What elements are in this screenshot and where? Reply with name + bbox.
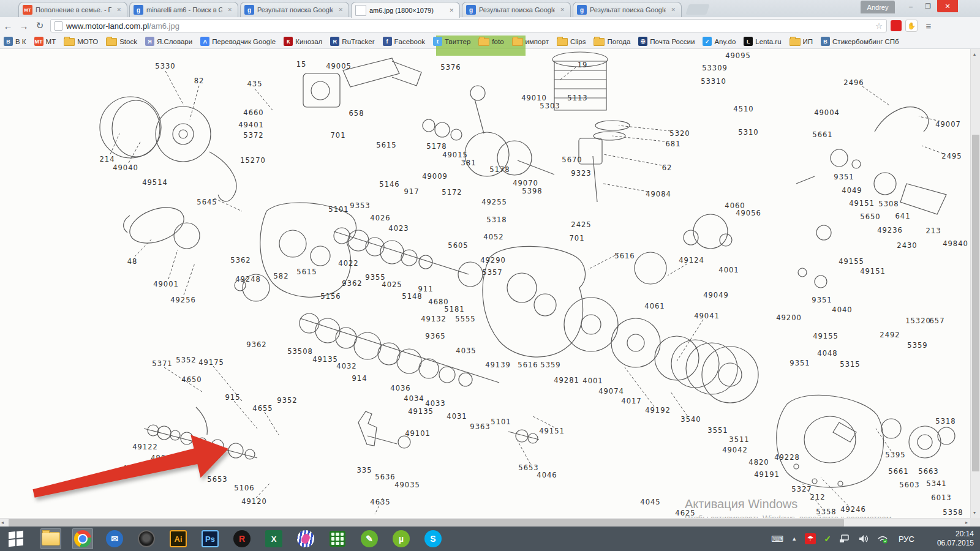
taskbar-stripes-icon[interactable]: [295, 528, 316, 549]
page-content[interactable]: 5330824354660494015372152702144904049514…: [0, 49, 970, 518]
close-button[interactable]: ✕: [937, 0, 958, 12]
bookmark-6[interactable]: AПереводчик Google: [200, 37, 276, 46]
tray-expand-icon[interactable]: ▲: [791, 536, 797, 542]
excel-app-glyph: X: [265, 530, 282, 547]
tab-close-icon[interactable]: ✕: [225, 6, 234, 13]
tray-keyboard-icon[interactable]: ⌨: [771, 534, 783, 544]
language-indicator[interactable]: РУС: [899, 534, 914, 544]
tab-close-icon[interactable]: ✕: [558, 6, 567, 13]
taskbar-utorrent-icon[interactable]: µ: [391, 528, 412, 549]
bookmark-label: Lenta.ru: [755, 38, 781, 45]
windows-taskbar: ✉AiPsRX✎µS ⌨▲☂✓ РУС 20:14 06.07.2015: [0, 527, 980, 551]
taskbar-chrome-icon[interactable]: [72, 528, 93, 549]
tray-avira-icon[interactable]: ☂: [805, 533, 816, 544]
bookmark-14[interactable]: Погода: [594, 37, 630, 46]
folder-icon: [557, 38, 568, 46]
chrome-menu-icon[interactable]: ≡: [921, 21, 936, 31]
new-tab-button[interactable]: [685, 4, 710, 15]
scroll-right-icon[interactable]: ▸: [965, 519, 968, 527]
back-button[interactable]: ←: [0, 21, 16, 31]
tab-5[interactable]: gРезультат поиска Google✕: [462, 2, 571, 17]
tab-close-icon[interactable]: ✕: [336, 6, 345, 13]
horizontal-scroll-thumb[interactable]: [9, 519, 844, 527]
resize-app-glyph: R: [233, 530, 251, 547]
tab-close-icon[interactable]: ✕: [115, 6, 123, 13]
bookmark-label: Кинозал: [295, 38, 322, 45]
tab-title: Результат поиска Google: [257, 6, 333, 13]
bookmark-18[interactable]: ИП: [790, 37, 813, 46]
start-button[interactable]: [0, 527, 32, 551]
folder-icon: [478, 38, 489, 46]
tab-close-icon[interactable]: ✕: [447, 7, 456, 14]
tab-1[interactable]: МТПополнение в семье. - П✕: [18, 2, 127, 17]
taskbar-calculator-icon[interactable]: [327, 528, 348, 549]
tab-close-icon[interactable]: ✕: [669, 6, 677, 13]
taskbar-notes-icon[interactable]: ✎: [359, 528, 380, 549]
tab-2[interactable]: gminarelli am6 - Поиск в G✕: [129, 2, 238, 17]
taskbar-illustrator-icon[interactable]: Ai: [168, 528, 189, 549]
bookmark-13[interactable]: Clips: [557, 37, 586, 46]
vertical-scrollbar[interactable]: ▴ ▾: [970, 49, 980, 518]
chrome-app-glyph: [74, 530, 91, 547]
bookmark-label: МОТО: [77, 38, 98, 45]
avira-extension-icon[interactable]: [891, 20, 902, 31]
bookmark-10[interactable]: tТвиттер: [433, 37, 470, 46]
bookmark-1[interactable]: ВВ К: [4, 37, 26, 46]
bookmark-9[interactable]: fFacebook: [383, 37, 426, 46]
folder-icon: [512, 38, 523, 46]
taskbar-clock[interactable]: 20:14 06.07.2015: [929, 530, 974, 548]
scroll-up-icon[interactable]: ▴: [973, 50, 976, 58]
minimize-button[interactable]: –: [903, 0, 919, 12]
tab-title: am6.jpg (1800×1079): [369, 7, 444, 14]
taskbar-skype-icon[interactable]: S: [423, 528, 443, 549]
taskbar-photoshop-icon[interactable]: Ps: [200, 528, 221, 549]
restore-button[interactable]: ❐: [920, 0, 936, 12]
horizontal-scrollbar[interactable]: ◂ ▸: [0, 518, 970, 527]
tray-volume-icon[interactable]: [858, 534, 869, 544]
forward-button[interactable]: →: [16, 21, 32, 31]
bookmark-3[interactable]: МОТО: [64, 37, 98, 46]
scroll-down-icon[interactable]: ▾: [973, 509, 976, 517]
tab-3[interactable]: gРезультат поиска Google✕: [240, 2, 349, 17]
bookmark-star-icon[interactable]: ☆: [875, 21, 883, 31]
taskbar-darkdial-icon[interactable]: [136, 528, 157, 549]
blocker-extension-icon[interactable]: ✋: [905, 20, 918, 32]
tab-6[interactable]: gРезультат поиска Google✕: [573, 2, 682, 17]
bookmark-8[interactable]: RRuTracker: [330, 37, 374, 46]
tab-title: minarelli am6 - Поиск в G: [146, 6, 222, 13]
tray-wifi-icon[interactable]: [877, 534, 888, 544]
bookmark-label: Clips: [570, 38, 586, 45]
bookmark-5[interactable]: ЯЯ.Словари: [145, 37, 192, 46]
tab-4[interactable]: am6.jpg (1800×1079)✕: [351, 2, 460, 18]
bookmark-label: foto: [492, 38, 503, 45]
tray-network-icon[interactable]: [839, 534, 850, 544]
desktop: МТПополнение в семье. - П✕gminarelli am6…: [0, 0, 980, 551]
skype-app-glyph: S: [424, 530, 442, 547]
bookmark-12[interactable]: импорт: [512, 37, 549, 46]
bookmark-7[interactable]: ККинозал: [284, 37, 322, 46]
taskbar-resize-icon[interactable]: R: [232, 528, 252, 549]
bookmark-11[interactable]: foto: [478, 37, 503, 46]
taskbar-thunderbird-icon[interactable]: ✉: [104, 528, 125, 549]
url-text[interactable]: www.motor-land.com.pl/am6.jpg: [66, 21, 179, 31]
bookmark-favicon-icon: t: [433, 37, 442, 46]
title-bar: МТПополнение в семье. - П✕gminarelli am6…: [0, 0, 980, 17]
scrollbar-corner: [970, 518, 980, 527]
bookmark-2[interactable]: МТМТ: [34, 37, 56, 46]
bookmark-favicon-icon: L: [744, 37, 753, 46]
bookmark-15[interactable]: ✠Почта России: [638, 37, 695, 46]
bookmark-17[interactable]: LLenta.ru: [744, 37, 781, 46]
tray-update-icon[interactable]: ✓: [824, 534, 831, 544]
scroll-left-icon[interactable]: ◂: [1, 519, 4, 527]
calculator-app-glyph: [330, 531, 345, 547]
bookmark-label: ИП: [803, 38, 813, 45]
vertical-scroll-thumb[interactable]: [972, 135, 979, 471]
bookmark-19[interactable]: ВСтикербомбинг СПб: [821, 37, 899, 46]
taskbar-explorer-icon[interactable]: [40, 528, 61, 549]
browser-user-chip[interactable]: Andrey: [861, 1, 895, 13]
bookmark-4[interactable]: Stock: [106, 37, 137, 46]
bookmark-16[interactable]: ✓Any.do: [703, 37, 736, 46]
taskbar-excel-icon[interactable]: X: [263, 528, 284, 549]
address-bar[interactable]: www.motor-land.com.pl/am6.jpg ☆: [50, 19, 887, 32]
reload-button[interactable]: ↻: [32, 20, 48, 31]
